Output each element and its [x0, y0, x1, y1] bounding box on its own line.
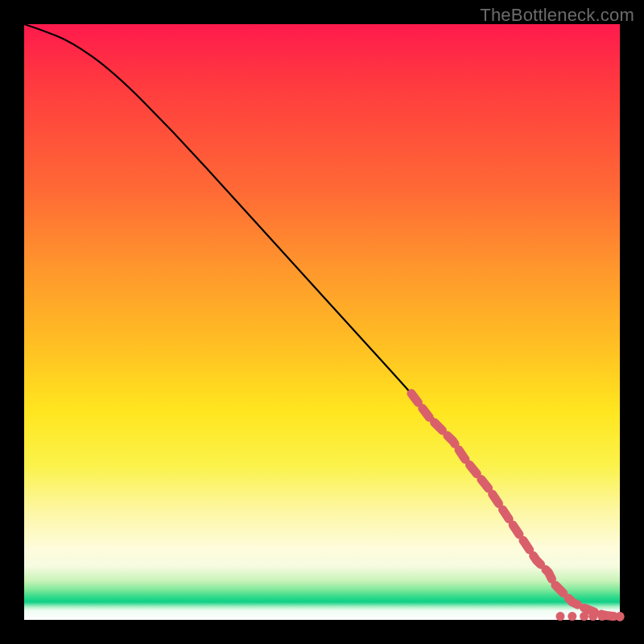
highlight-dot — [616, 612, 625, 621]
highlight-stroke — [411, 394, 620, 617]
curve-layer — [24, 24, 620, 620]
chart-stage: TheBottleneck.com — [0, 0, 644, 644]
plot-area — [24, 24, 620, 620]
highlight-dot — [580, 612, 588, 621]
highlight-dot — [556, 612, 565, 621]
watermark-text: TheBottleneck.com — [480, 5, 634, 26]
highlight-dots — [411, 394, 625, 621]
highlight-dot — [568, 612, 576, 621]
highlight-dot — [597, 612, 606, 621]
highlight-dot — [588, 612, 597, 621]
bottleneck-curve-line — [24, 24, 620, 617]
